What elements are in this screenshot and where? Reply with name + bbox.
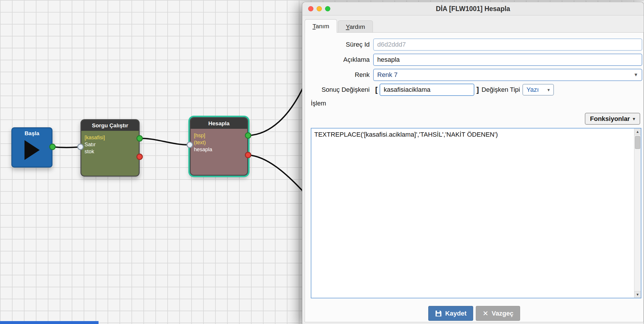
tab-label: Yardım (346, 21, 365, 33)
dialog-titlebar[interactable]: DİA [FLW1001] Hesapla (302, 2, 644, 15)
sonuc-degiskeni-label: Sonuç Değişkeni (308, 86, 370, 94)
cancel-button[interactable]: ✕ Vazgeç (476, 306, 520, 321)
node-body: [kasafisi] Satır stok (81, 131, 139, 159)
port-sorgu-input[interactable] (77, 144, 84, 150)
node-line: stok (85, 148, 136, 155)
islem-code-text: TEXTREPLACE('[kasafisi.aciklama]','TAHSİ… (314, 131, 631, 138)
degisken-tipi-select[interactable]: Yazı ▾ (522, 84, 554, 96)
wire-basla-sorgu[interactable] (52, 147, 80, 147)
cancel-button-label: Vazgeç (492, 310, 513, 317)
port-sorgu-output-error[interactable] (136, 154, 143, 160)
node-line: hesapla (194, 146, 244, 153)
chevron-down-icon: ▼ (634, 72, 638, 78)
node-title: Hesapla (191, 118, 247, 129)
chevron-down-icon: ▾ (548, 87, 550, 93)
background-window-edge (0, 321, 99, 324)
tabstrip: Tanım Yardım (305, 19, 373, 33)
wire-hesapla-out-success[interactable] (248, 82, 306, 135)
close-icon: ✕ (482, 309, 488, 318)
tab-label: Tanım (313, 20, 329, 33)
form-row-sonuc-degiskeni: Sonuç Değişkeni [ ] Değişken Tipi Yazı ▾ (308, 84, 642, 96)
renk-select-value: Renk 7 (377, 71, 398, 79)
save-button[interactable]: Kaydet (428, 306, 473, 321)
screen: Başla Sorgu Çalıştır [kasafisi] Satır st… (0, 0, 644, 324)
tab-yardim[interactable]: Yardım (338, 20, 373, 32)
save-button-label: Kaydet (445, 310, 466, 317)
degisken-tipi-label: Değişken Tipi (482, 86, 520, 94)
aciklama-label: Açıklama (308, 56, 370, 64)
islem-label: İşlem (311, 100, 326, 107)
form-row-aciklama: Açıklama (308, 54, 642, 66)
node-line: [kasafisi] (85, 134, 136, 141)
node-sorgu-calistir[interactable]: Sorgu Çalıştır [kasafisi] Satır stok (80, 119, 140, 177)
dialog-title: DİA [FLW1001] Hesapla (302, 2, 644, 15)
node-title: Sorgu Çalıştır (81, 120, 139, 131)
renk-label: Renk (308, 71, 370, 79)
surec-id-field[interactable] (373, 38, 642, 51)
surec-id-label: Süreç Id (308, 41, 370, 48)
islem-code-editor[interactable]: TEXTREPLACE('[kasafisi.aciklama]','TAHSİ… (311, 128, 641, 298)
tab-tanim[interactable]: Tanım (305, 19, 337, 33)
fonksiyonlar-button[interactable]: Fonksiyonlar ▾ (585, 113, 640, 125)
dialog-button-row: Kaydet ✕ Vazgeç (305, 306, 643, 321)
up-arrow-icon: ▲ (636, 130, 639, 134)
renk-select[interactable]: Renk 7 ▼ (373, 69, 642, 81)
wire-sorgu-hesapla[interactable] (140, 138, 190, 145)
bracket-open: [ (375, 86, 378, 94)
node-title: Başla (24, 130, 39, 137)
port-hesapla-output-error[interactable] (245, 152, 251, 158)
node-line: Satır (85, 141, 136, 148)
window-controls (308, 6, 330, 11)
node-line: [hsp] (194, 132, 244, 139)
fonksiyonlar-label: Fonksiyonlar (590, 115, 630, 123)
wire-hesapla-out-error[interactable] (248, 155, 306, 194)
play-icon (24, 140, 40, 160)
close-window-button[interactable] (308, 6, 313, 11)
port-hesapla-output-success[interactable] (245, 132, 251, 139)
port-sorgu-output-success[interactable] (136, 135, 143, 142)
vertical-scrollbar[interactable]: ▲ ▼ (634, 128, 641, 298)
chevron-down-icon: ▾ (633, 116, 635, 122)
sonuc-degiskeni-field[interactable] (380, 84, 474, 96)
tab-panel-tanim: Süreç Id Açıklama Renk Renk 7 ▼ Sonuç De… (305, 32, 644, 322)
save-icon (435, 310, 442, 317)
node-line: (text) (194, 139, 244, 146)
node-body: [hsp] (text) hesapla (191, 129, 247, 156)
hesapla-dialog: DİA [FLW1001] Hesapla Tanım Yardım Süreç… (302, 2, 644, 324)
aciklama-field[interactable] (373, 54, 642, 66)
zoom-window-button[interactable] (325, 6, 330, 11)
degisken-tipi-value: Yazı (527, 86, 539, 94)
node-basla[interactable]: Başla (11, 127, 52, 168)
scroll-up-button[interactable]: ▲ (634, 128, 641, 135)
port-basla-output[interactable] (49, 144, 56, 150)
form-row-renk: Renk Renk 7 ▼ (308, 69, 642, 81)
down-arrow-icon: ▼ (636, 293, 639, 297)
minimize-window-button[interactable] (317, 6, 322, 11)
scroll-down-button[interactable]: ▼ (634, 291, 641, 298)
scrollbar-thumb[interactable] (635, 136, 640, 149)
node-hesapla-selected[interactable]: Hesapla [hsp] (text) hesapla (190, 117, 248, 176)
form-row-surec-id: Süreç Id (308, 38, 642, 51)
port-hesapla-input[interactable] (187, 142, 193, 148)
bracket-close: ] (476, 86, 479, 94)
